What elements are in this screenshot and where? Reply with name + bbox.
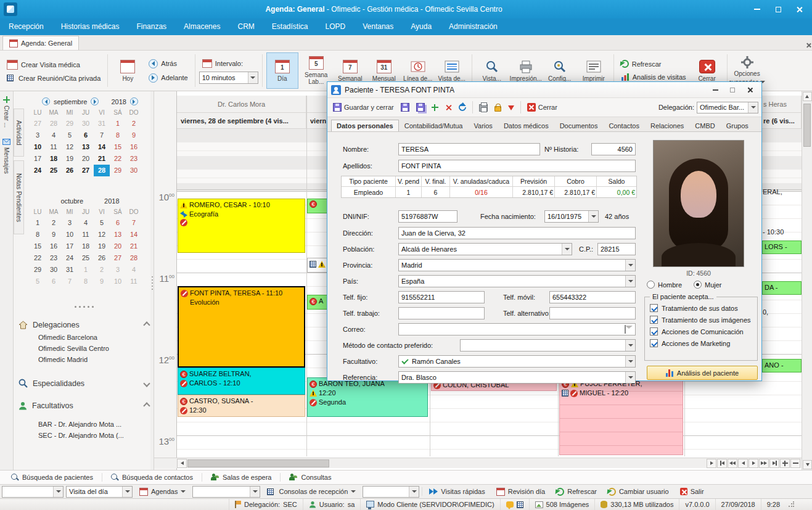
menu-ayuda[interactable]: Ayuda [402,19,440,35]
scrollbar-thumb[interactable] [187,459,329,467]
menu-administracion[interactable]: Administración [440,19,506,35]
dialog-minimize-button[interactable] [707,84,723,96]
calendar-day[interactable]: 16 [126,141,142,153]
referencia-combo[interactable]: Dra. Blasco [398,371,636,384]
nav-first-icon[interactable] [717,459,727,468]
appointment-romero[interactable]: ROMERO, CESAR - 10:10 Ecografía [178,199,305,253]
tab-cmbd[interactable]: CMBD [689,120,720,131]
calendar-day[interactable]: 11 [46,141,62,153]
checkbox-acciones-comunicacion[interactable]: Acciones de Comunicación [645,326,757,337]
crear-vertical-tab[interactable]: Crear ... [3,96,10,128]
calendar-day[interactable]: 8 [30,229,46,241]
vertical-tab-notas-pendientes[interactable]: Notas Pendientes [14,160,24,234]
patient-photo[interactable] [653,140,744,267]
calendar-day[interactable]: 20 [110,241,126,252]
poblacion-combo[interactable]: Alcalá de Henares [398,243,572,255]
consolas-recepcion-button[interactable]: Consolas de recepción [263,487,360,496]
crear-reunion-button[interactable]: Crear Reunión/Cita privada [4,73,104,83]
dialog-close-button[interactable] [742,84,758,96]
calendar-day[interactable]: 15 [30,241,46,252]
resize-grip[interactable] [788,501,794,508]
telf-alternativo-input[interactable] [549,307,636,319]
minimize-button[interactable] [747,2,768,17]
historia-input[interactable] [591,143,636,155]
calendar-day[interactable]: 29 [110,165,126,176]
vertical-tab-actividad[interactable]: Actividad [14,109,24,157]
intervalo-combo[interactable]: 10 minutos [199,72,258,84]
calendar-day[interactable]: 2 [126,118,142,130]
calendar-day[interactable]: 13 [110,229,126,241]
atras-button[interactable]: Atrás [146,58,191,70]
calendar-day[interactable]: 2 [46,217,62,229]
calendar-day[interactable]: 8 [78,276,94,287]
calendar-day[interactable]: 17 [62,241,78,252]
calendar-day[interactable]: 23 [126,153,142,165]
section-especialidades[interactable]: Especialidades [14,376,154,390]
facultativo-item-sec[interactable]: SEC - Dr. Alejandro Mota (... [14,430,154,441]
appointment-fragment[interactable]: - 10:30 [763,228,784,236]
scroll-up-button[interactable] [803,92,812,101]
calendar-day[interactable]: 6 [110,217,126,229]
checkbox-tratamiento-imagenes[interactable]: Tratamiento de sus imágenes [645,314,757,326]
scroll-down-button[interactable] [803,460,812,469]
pais-combo[interactable]: España [398,275,636,287]
tab-contactos[interactable]: Contactos [603,120,645,131]
chat-bubble-icon[interactable] [506,501,514,508]
calendar-day[interactable]: 31 [62,264,78,276]
calendar-day[interactable]: 4 [78,217,94,229]
chevron-down-icon[interactable] [248,72,258,83]
tab-contabilidad[interactable]: Contabilidad/Mutua [399,120,469,131]
crear-visita-button[interactable]: Crear Visita médica [4,59,104,71]
tab-agenda-general[interactable]: Agenda: General [2,36,79,50]
calendar-day[interactable]: 27 [110,252,126,264]
tab-datos-personales[interactable]: Datos personales [331,120,399,131]
calendar-day[interactable]: 28 [46,118,62,130]
tab-varios[interactable]: Varios [469,120,498,131]
deshacer-button[interactable] [456,102,469,112]
sidebar-collapse-handle[interactable] [14,306,154,308]
cp-input[interactable] [597,243,636,255]
calendar-day[interactable]: 10 [110,276,126,287]
chevron-down-icon[interactable] [53,487,63,497]
cerrar-dialogo-button[interactable]: Cerrar [525,102,560,113]
calendar-day[interactable]: 27 [30,118,46,130]
chevron-down-icon[interactable] [625,260,635,271]
calendar-day[interactable]: 30 [78,118,94,130]
calendar-day[interactable]: 21 [94,153,110,165]
tab-relaciones[interactable]: Relaciones [645,120,689,131]
adelante-button[interactable]: Adelante [146,72,191,84]
nav-next-page-icon[interactable] [759,459,769,468]
appointment-pujol[interactable]: €PUJOL FERRETER, MIGUEL - 12:20 [559,377,683,455]
eliminar-button[interactable] [443,103,454,112]
calendar-day[interactable]: 9 [126,130,142,141]
tab-documentos[interactable]: Documentos [554,120,604,131]
hoy-button[interactable]: Hoy [112,52,144,89]
view-dia-button[interactable]: 1 Día [266,52,298,89]
calendar-day[interactable]: 24 [30,165,46,176]
gender-radio-hombre[interactable]: Hombre [647,281,682,289]
appointment-fragment[interactable]: LORS - [762,241,802,254]
agendas-button[interactable]: Agendas [135,487,190,496]
calendar-day[interactable]: 1 [78,264,94,276]
calendar-day[interactable]: 8 [110,130,126,141]
nombre-input[interactable] [398,143,540,155]
calendar-day[interactable]: 3 [62,217,78,229]
telf-movil-input[interactable] [549,291,636,303]
calendar-day[interactable]: 1 [110,118,126,130]
calendar-day[interactable]: 9 [46,229,62,241]
calendar-day[interactable]: 21 [126,241,142,252]
horizontal-scrollbar[interactable] [154,458,802,468]
maximize-button[interactable] [768,2,789,17]
calendar-day[interactable]: 5 [30,276,46,287]
calendar-day[interactable]: 9 [94,276,110,287]
calendar-day[interactable]: 2 [94,264,110,276]
telf-fijo-input[interactable] [398,291,485,303]
tab-datos-medicos[interactable]: Datos médicos [498,120,554,131]
calendar-day[interactable]: 12 [62,141,78,153]
appointment-suarez[interactable]: €SUAREZ BELTRAN, CARLOS - 12:10 [178,368,305,395]
salas-espera-button[interactable]: Salas de espera [205,471,278,484]
calendar-day[interactable]: 28 [94,165,110,176]
nav-next-icon[interactable] [707,459,716,468]
next-year-button[interactable] [130,97,138,105]
calendar-day[interactable]: 27 [78,165,94,176]
